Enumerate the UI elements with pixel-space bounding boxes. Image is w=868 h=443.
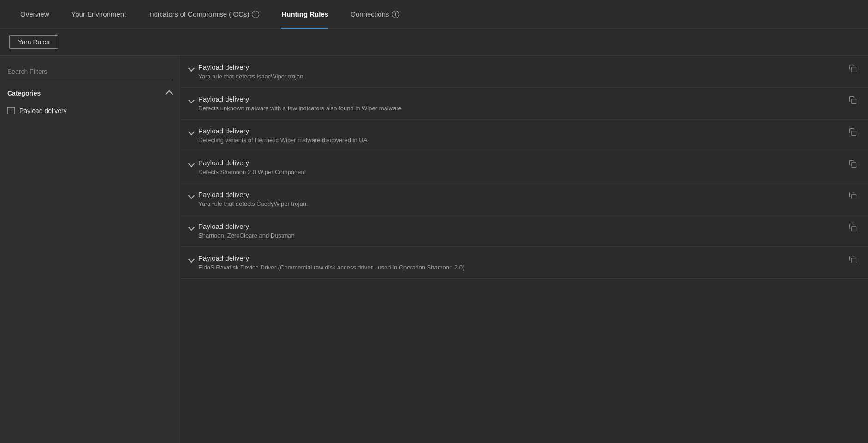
rule-content-7: Payload delivery EldoS Rawdisk Device Dr… — [189, 254, 841, 271]
rule-content-4: Payload delivery Detects Shamoon 2.0 Wip… — [189, 159, 841, 175]
rule-item-1: Payload delivery Yara rule that detects … — [180, 56, 868, 88]
rule-description-1: Yara rule that detects IsaacWiper trojan… — [198, 73, 841, 80]
rule-item-5: Payload delivery Yara rule that detects … — [180, 183, 868, 215]
categories-label: Categories — [7, 90, 41, 97]
sub-navigation: Yara Rules — [0, 29, 868, 56]
rule-expand-icon-4[interactable] — [188, 161, 195, 167]
rule-item-3: Payload delivery Detecting variants of H… — [180, 120, 868, 151]
svg-rect-5 — [852, 227, 856, 231]
connections-info-icon[interactable]: i — [392, 11, 399, 18]
rule-description-7: EldoS Rawdisk Device Driver (Commercial … — [198, 264, 841, 271]
copy-icon-7[interactable] — [849, 255, 857, 263]
tab-connections[interactable]: Connections i — [339, 0, 410, 29]
svg-rect-0 — [852, 67, 856, 72]
sidebar: Categories Payload delivery — [0, 56, 180, 443]
search-filters-input[interactable] — [7, 65, 172, 78]
rule-item-4: Payload delivery Detects Shamoon 2.0 Wip… — [180, 151, 868, 183]
copy-icon-6[interactable] — [849, 223, 857, 232]
rule-title-7: Payload delivery — [198, 254, 841, 262]
rule-content-1: Payload delivery Yara rule that detects … — [189, 63, 841, 80]
rule-title-4: Payload delivery — [198, 159, 841, 167]
rule-title-2: Payload delivery — [198, 95, 841, 103]
rule-text-5: Payload delivery Yara rule that detects … — [198, 191, 841, 207]
rule-expand-icon-7[interactable] — [188, 256, 195, 263]
rule-expand-icon-1[interactable] — [188, 65, 195, 72]
rule-text-7: Payload delivery EldoS Rawdisk Device Dr… — [198, 254, 841, 271]
copy-icon-4[interactable] — [849, 160, 857, 168]
rule-expand-icon-6[interactable] — [188, 224, 195, 231]
copy-icon-1[interactable] — [849, 64, 857, 72]
top-navigation: Overview Your Environment Indicators of … — [0, 0, 868, 29]
rule-description-5: Yara rule that detects CaddyWiper trojan… — [198, 200, 841, 207]
rule-description-3: Detecting variants of Hermetic Wiper mal… — [198, 137, 841, 144]
svg-rect-6 — [852, 258, 856, 263]
category-checkbox-payload-delivery[interactable] — [7, 107, 15, 114]
rule-item-2: Payload delivery Detects unknown malware… — [180, 88, 868, 120]
rule-expand-icon-3[interactable] — [188, 129, 195, 135]
rule-text-1: Payload delivery Yara rule that detects … — [198, 63, 841, 80]
main-layout: Categories Payload delivery Payload deli… — [0, 56, 868, 443]
category-item-payload-delivery[interactable]: Payload delivery — [7, 104, 172, 117]
rule-description-2: Detects unknown malware with a few indic… — [198, 105, 841, 112]
rule-content-2: Payload delivery Detects unknown malware… — [189, 95, 841, 112]
categories-header: Categories — [7, 90, 172, 97]
rule-description-4: Detects Shamoon 2.0 Wiper Component — [198, 168, 841, 175]
rule-text-6: Payload delivery Shamoon, ZeroCleare and… — [198, 222, 841, 239]
category-label-payload-delivery: Payload delivery — [19, 107, 67, 114]
tab-iocs[interactable]: Indicators of Compromise (IOCs) i — [137, 0, 270, 29]
rule-title-3: Payload delivery — [198, 127, 841, 135]
rule-title-5: Payload delivery — [198, 191, 841, 198]
rule-text-4: Payload delivery Detects Shamoon 2.0 Wip… — [198, 159, 841, 175]
svg-rect-4 — [852, 195, 856, 199]
rule-title-6: Payload delivery — [198, 222, 841, 230]
tab-overview[interactable]: Overview — [9, 0, 60, 29]
rule-item-7: Payload delivery EldoS Rawdisk Device Dr… — [180, 247, 868, 279]
copy-icon-5[interactable] — [849, 192, 857, 200]
yara-rules-button[interactable]: Yara Rules — [9, 35, 58, 49]
copy-icon-2[interactable] — [849, 96, 857, 104]
svg-rect-3 — [852, 163, 856, 168]
categories-collapse-icon[interactable] — [166, 90, 173, 98]
rule-text-2: Payload delivery Detects unknown malware… — [198, 95, 841, 112]
tab-your-environment[interactable]: Your Environment — [60, 0, 137, 29]
rule-title-1: Payload delivery — [198, 63, 841, 71]
rule-expand-icon-2[interactable] — [188, 97, 195, 103]
rule-text-3: Payload delivery Detecting variants of H… — [198, 127, 841, 144]
tab-hunting-rules[interactable]: Hunting Rules — [270, 0, 339, 29]
rule-description-6: Shamoon, ZeroCleare and Dustman — [198, 232, 841, 239]
rule-content-5: Payload delivery Yara rule that detects … — [189, 191, 841, 207]
iocs-info-icon[interactable]: i — [252, 11, 259, 18]
svg-rect-2 — [852, 131, 856, 136]
copy-icon-3[interactable] — [849, 128, 857, 136]
svg-rect-1 — [852, 99, 856, 104]
rule-item-6: Payload delivery Shamoon, ZeroCleare and… — [180, 215, 868, 247]
rule-content-6: Payload delivery Shamoon, ZeroCleare and… — [189, 222, 841, 239]
rule-content-3: Payload delivery Detecting variants of H… — [189, 127, 841, 144]
rule-expand-icon-5[interactable] — [188, 192, 195, 199]
rules-list: Payload delivery Yara rule that detects … — [180, 56, 868, 443]
